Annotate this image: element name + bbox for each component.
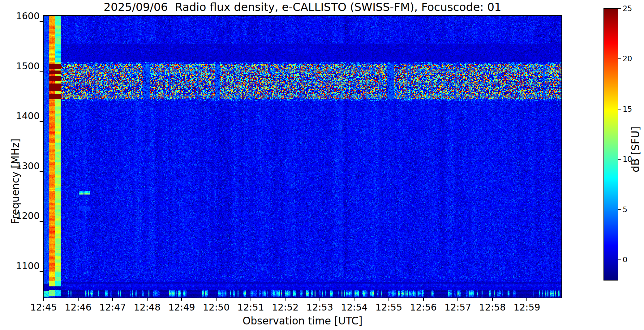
x-tick-mark (354, 298, 354, 301)
y-tick-label: 1500 (6, 61, 40, 71)
colorbar-tick-label: 10 (623, 155, 641, 164)
x-axis-label: Observation time [UTC] (44, 315, 561, 327)
x-tick-mark (526, 298, 527, 301)
x-tick-label: 12:45 (25, 302, 62, 313)
colorbar-tick-label: 5 (623, 205, 641, 214)
y-tick-label: 1200 (6, 210, 40, 221)
x-tick-label: 12:57 (439, 302, 476, 313)
colorbar-tick-mark (618, 58, 621, 59)
colorbar-tick-mark (618, 209, 621, 210)
plot-area (43, 15, 562, 298)
x-tick-mark (423, 298, 424, 301)
x-tick-mark (216, 298, 217, 301)
x-tick-mark (147, 298, 148, 301)
y-tick-mark (40, 121, 43, 122)
x-tick-mark (320, 298, 320, 301)
colorbar-label: dB [SFU] (629, 57, 642, 242)
x-tick-mark (492, 298, 493, 301)
y-tick-mark (40, 221, 43, 222)
x-tick-mark (251, 298, 251, 301)
spectrogram-figure: 2025/09/06 Radio flux density, e-CALLIST… (0, 0, 644, 330)
y-tick-mark (40, 71, 43, 72)
y-tick-label: 1400 (6, 110, 40, 121)
y-tick-label: 1100 (6, 260, 40, 271)
x-tick-mark (78, 298, 79, 301)
x-tick-mark (112, 298, 113, 301)
y-tick-label: 1600 (6, 11, 40, 21)
spectrogram-heatmap (44, 16, 561, 298)
colorbar-gradient (604, 9, 618, 280)
x-tick-label: 12:46 (60, 302, 97, 313)
x-tick-label: 12:52 (267, 302, 304, 313)
colorbar-tick-mark (618, 259, 621, 260)
y-tick-mark (40, 171, 43, 172)
x-tick-label: 12:51 (232, 302, 269, 313)
chart-title: 2025/09/06 Radio flux density, e-CALLIST… (44, 1, 561, 13)
x-tick-label: 12:49 (163, 302, 200, 313)
x-tick-label: 12:54 (336, 302, 373, 313)
colorbar-tick-label: 20 (623, 54, 641, 63)
x-tick-mark (285, 298, 286, 301)
y-tick-label: 1300 (6, 161, 40, 171)
colorbar-tick-mark (618, 8, 621, 9)
colorbar-tick-mark (618, 159, 621, 160)
colorbar-tick-label: 25 (623, 4, 641, 13)
x-tick-label: 12:58 (474, 302, 511, 313)
colorbar-tick-label: 0 (623, 255, 641, 264)
x-tick-label: 12:56 (405, 302, 442, 313)
x-tick-label: 12:55 (370, 302, 407, 313)
x-tick-mark (43, 298, 44, 301)
colorbar-tick-mark (618, 109, 621, 109)
y-tick-mark (40, 271, 43, 272)
colorbar (603, 8, 618, 281)
x-tick-label: 12:50 (198, 302, 235, 313)
x-tick-label: 12:59 (508, 302, 545, 313)
y-tick-mark (40, 21, 43, 22)
x-tick-mark (181, 298, 182, 301)
x-tick-label: 12:47 (94, 302, 131, 313)
x-tick-mark (457, 298, 458, 301)
x-tick-label: 12:48 (129, 302, 166, 313)
colorbar-tick-label: 15 (623, 105, 641, 114)
x-tick-label: 12:53 (301, 302, 338, 313)
x-tick-mark (389, 298, 389, 301)
